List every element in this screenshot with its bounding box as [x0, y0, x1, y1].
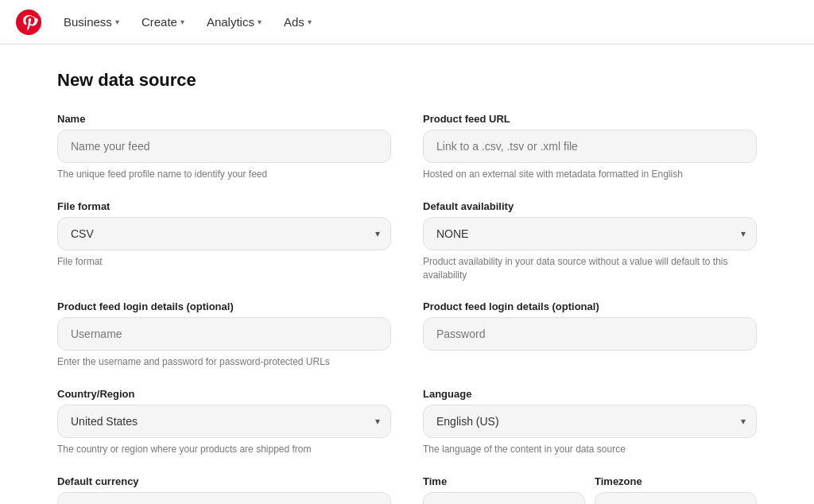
- name-group: Name The unique feed profile name to ide…: [57, 113, 391, 181]
- time-label: Time: [423, 475, 585, 487]
- nav-items: Business ▾ Create ▾ Analytics ▾ Ads ▾: [54, 9, 321, 35]
- password-label: Product feed login details (optional): [423, 300, 757, 312]
- file-format-group: File format CSV TSV XML ▾ File format: [57, 200, 391, 282]
- navbar: Business ▾ Create ▾ Analytics ▾ Ads ▾: [0, 0, 814, 45]
- default-availability-label: Default availability: [423, 200, 757, 212]
- nav-label-create: Create: [141, 15, 177, 29]
- language-hint: The language of the content in your data…: [423, 443, 757, 456]
- country-group: Country/Region United States United King…: [57, 388, 391, 456]
- language-group: Language English (US) English (UK) Frenc…: [423, 388, 757, 456]
- language-select[interactable]: English (US) English (UK) French German …: [423, 405, 757, 438]
- nav-item-business[interactable]: Business ▾: [54, 9, 129, 35]
- time-group: Time --:-- 00:00 06:00 12:00 18:00 ▾: [423, 475, 585, 504]
- country-hint: The country or region where your product…: [57, 443, 391, 456]
- language-select-wrapper: English (US) English (UK) French German …: [423, 405, 757, 438]
- nav-label-analytics: Analytics: [207, 15, 254, 29]
- form-grid: Name The unique feed profile name to ide…: [57, 113, 757, 504]
- name-hint: The unique feed profile name to identify…: [57, 168, 391, 181]
- page-title: New data source: [57, 70, 757, 91]
- time-timezone-row: Time --:-- 00:00 06:00 12:00 18:00 ▾: [423, 475, 757, 504]
- currency-group: Default currency USD - United States Dol…: [57, 475, 391, 504]
- nav-label-ads: Ads: [284, 15, 304, 29]
- currency-label: Default currency: [57, 475, 391, 487]
- chevron-down-icon: ▾: [180, 17, 184, 26]
- nav-item-create[interactable]: Create ▾: [132, 9, 194, 35]
- file-format-select-wrapper: CSV TSV XML ▾: [57, 217, 391, 250]
- time-select-wrapper: --:-- 00:00 06:00 12:00 18:00 ▾: [423, 492, 585, 504]
- product-feed-url-label: Product feed URL: [423, 113, 757, 125]
- file-format-select[interactable]: CSV TSV XML: [57, 217, 391, 250]
- timezone-select-wrapper: Pick a timezone UTC America/New_York Ame…: [595, 492, 757, 504]
- name-label: Name: [57, 113, 391, 125]
- username-input[interactable]: [57, 317, 391, 351]
- file-format-hint: File format: [57, 255, 391, 269]
- name-input[interactable]: [57, 130, 391, 163]
- timezone-select[interactable]: Pick a timezone UTC America/New_York Ame…: [595, 492, 757, 504]
- chevron-down-icon: ▾: [258, 17, 262, 26]
- product-feed-url-group: Product feed URL Hosted on an external s…: [423, 113, 757, 181]
- logo[interactable]: [16, 10, 41, 35]
- default-availability-select[interactable]: NONE in stock out of stock preorder: [423, 217, 757, 250]
- password-group: Product feed login details (optional): [423, 300, 757, 369]
- nav-label-business: Business: [64, 15, 112, 29]
- nav-item-analytics[interactable]: Analytics ▾: [197, 9, 271, 35]
- chevron-down-icon: ▾: [308, 17, 312, 26]
- time-select[interactable]: --:-- 00:00 06:00 12:00 18:00: [423, 492, 585, 504]
- country-label: Country/Region: [57, 388, 391, 400]
- default-availability-select-wrapper: NONE in stock out of stock preorder ▾: [423, 217, 757, 250]
- chevron-down-icon: ▾: [115, 17, 119, 26]
- currency-select-wrapper: USD - United States Dollar EUR - Euro GB…: [57, 492, 391, 504]
- country-select-wrapper: United States United Kingdom Canada Aust…: [57, 405, 391, 438]
- timezone-label: Timezone: [595, 475, 757, 487]
- nav-item-ads[interactable]: Ads ▾: [274, 9, 321, 35]
- file-format-label: File format: [57, 200, 391, 212]
- username-hint: Enter the username and password for pass…: [57, 355, 391, 369]
- time-timezone-group: Time --:-- 00:00 06:00 12:00 18:00 ▾: [423, 475, 757, 504]
- default-availability-group: Default availability NONE in stock out o…: [423, 200, 757, 282]
- language-label: Language: [423, 388, 757, 400]
- timezone-group: Timezone Pick a timezone UTC America/New…: [595, 475, 757, 504]
- username-label: Product feed login details (optional): [57, 300, 391, 312]
- currency-select[interactable]: USD - United States Dollar EUR - Euro GB…: [57, 492, 391, 504]
- default-availability-hint: Product availability in your data source…: [423, 255, 757, 282]
- username-group: Product feed login details (optional) En…: [57, 300, 391, 369]
- product-feed-url-hint: Hosted on an external site with metadata…: [423, 168, 757, 181]
- page-content: New data source Name The unique feed pro…: [25, 45, 789, 504]
- password-input[interactable]: [423, 317, 757, 351]
- country-select[interactable]: United States United Kingdom Canada Aust…: [57, 405, 391, 438]
- product-feed-url-input[interactable]: [423, 130, 757, 163]
